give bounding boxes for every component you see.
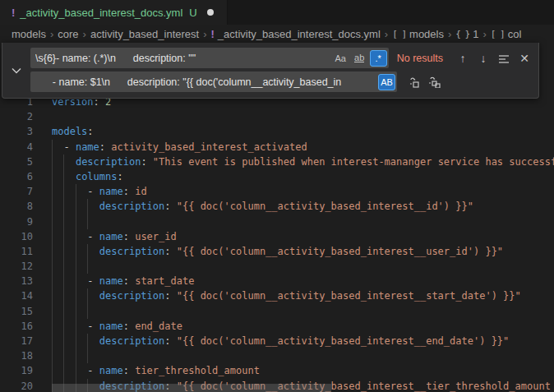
regex-toggle[interactable]: .* <box>370 50 387 67</box>
editor-tab[interactable]: ! _activity_based_interest_docs.yml U <box>0 0 228 25</box>
line-number: 2 <box>0 109 33 124</box>
code-text: models: <box>52 124 94 139</box>
indent-guide <box>76 319 76 334</box>
code-text: description: "{{ doc('column__activity_b… <box>52 288 521 303</box>
replace-all-button[interactable] <box>426 73 444 91</box>
find-input[interactable]: \s{6}- name: (.*)\n description: "" Aa a… <box>30 48 389 68</box>
code-text: - name: start_date <box>52 274 194 288</box>
line-number: 19 <box>0 363 33 378</box>
code-line: 9 <box>0 214 554 229</box>
line-number: 5 <box>0 154 33 169</box>
arrow-down-icon: ↓ <box>481 52 487 65</box>
match-case-toggle[interactable]: Aa <box>332 50 349 67</box>
breadcrumb-label: activity_based_interest <box>90 28 199 40</box>
whole-word-toggle[interactable]: ab <box>351 50 368 67</box>
indent-guide <box>76 363 76 378</box>
selection-lines-icon <box>498 53 510 63</box>
indent-guide <box>76 348 76 363</box>
breadcrumb-label: core <box>58 28 78 40</box>
breadcrumb-label: models <box>409 28 444 40</box>
code-line: 19 - name: tier_threshold_amount <box>0 363 554 378</box>
code-line: 4 - name: activity_based_interest_activa… <box>0 140 554 154</box>
breadcrumb-separator: › <box>50 28 53 40</box>
code-text: description: "This event is published wh… <box>52 154 554 169</box>
line-number: 16 <box>0 319 33 334</box>
replace-icon <box>409 76 421 88</box>
code-text: - name: id <box>52 184 147 199</box>
next-match-button[interactable]: ↓ <box>474 49 492 67</box>
indent-guide <box>63 334 64 348</box>
indent-guide <box>52 348 53 363</box>
horizontal-scrollbar[interactable] <box>52 384 331 392</box>
code-line: 15 <box>0 304 554 319</box>
line-number: 8 <box>0 199 33 214</box>
code-text: description: "{{ doc('column__activity_b… <box>52 244 503 259</box>
indent-guide <box>63 304 64 319</box>
breadcrumb-item[interactable]: [ ]col <box>491 28 522 40</box>
indent-guide <box>52 214 53 229</box>
indent-guide <box>52 184 53 199</box>
preserve-case-toggle[interactable]: AB <box>378 74 395 90</box>
breadcrumb-separator: › <box>385 28 388 40</box>
line-number: 4 <box>0 140 33 154</box>
indent-guide <box>87 288 88 303</box>
code-line: 10 - name: user_id <box>0 229 554 244</box>
indent-guide <box>63 184 64 199</box>
chevron-down-icon <box>12 62 21 77</box>
symbol-object-icon: { } <box>455 29 469 39</box>
unsaved-changes-dot[interactable] <box>207 9 214 16</box>
code-line: 7 - name: id <box>0 184 554 199</box>
replace-button[interactable] <box>405 73 423 91</box>
indent-guide <box>63 348 64 363</box>
breadcrumb-item[interactable]: activity_based_interest <box>90 28 199 40</box>
line-number: 18 <box>0 348 33 363</box>
breadcrumb-item[interactable]: models <box>12 28 46 40</box>
breadcrumb: models›core›activity_based_interest›!_ac… <box>0 25 554 43</box>
replace-all-icon <box>428 76 441 88</box>
code-line: 18 <box>0 348 554 363</box>
code-line: 3models: <box>0 124 554 139</box>
indent-guide <box>63 244 64 259</box>
yaml-file-icon: ! <box>211 28 215 40</box>
indent-guide <box>76 259 76 274</box>
line-number: 14 <box>0 288 33 303</box>
indent-guide <box>76 288 76 303</box>
line-number: 11 <box>0 244 33 259</box>
breadcrumb-label: models <box>12 28 46 40</box>
line-number: 15 <box>0 304 33 319</box>
line-number: 6 <box>0 169 33 184</box>
breadcrumb-item[interactable]: core <box>58 28 78 40</box>
indent-guide <box>87 334 88 348</box>
code-line: 12 <box>0 259 554 274</box>
replace-value-text: - name: $1\n description: "{{ doc('colum… <box>35 76 376 88</box>
indent-guide <box>52 154 53 169</box>
breadcrumb-separator: › <box>203 28 206 40</box>
indent-guide <box>52 288 53 303</box>
code-text: columns: <box>52 169 123 184</box>
code-line: 14 description: "{{ doc('column__activit… <box>0 288 554 303</box>
breadcrumb-item[interactable]: [ ]models <box>392 28 444 40</box>
toggle-replace-button[interactable] <box>2 48 30 92</box>
indent-guide <box>52 304 53 319</box>
breadcrumb-item[interactable]: !_activity_based_interest_docs.yml <box>211 28 381 40</box>
indent-guide <box>63 288 64 303</box>
find-replace-widget: \s{6}- name: (.*)\n description: "" Aa a… <box>2 43 539 99</box>
yaml-file-icon: ! <box>12 7 15 19</box>
breadcrumb-label: _activity_based_interest_docs.yml <box>218 28 381 40</box>
indent-guide <box>63 199 64 214</box>
replace-input[interactable]: - name: $1\n description: "{{ doc('colum… <box>30 71 397 92</box>
breadcrumb-separator: › <box>448 28 451 40</box>
arrow-up-icon: ↑ <box>460 52 466 65</box>
previous-match-button[interactable]: ↑ <box>454 49 472 67</box>
code-text: - name: end_date <box>52 319 182 334</box>
line-number: 9 <box>0 214 33 229</box>
line-number: 12 <box>0 259 33 274</box>
breadcrumb-item[interactable]: { }1 <box>455 28 478 40</box>
line-number: 3 <box>0 124 33 139</box>
indent-guide <box>76 274 76 288</box>
breadcrumb-label: 1 <box>473 28 478 40</box>
close-icon: ✕ <box>519 52 529 65</box>
find-in-selection-button[interactable] <box>495 49 513 67</box>
indent-guide <box>52 140 53 154</box>
close-find-button[interactable]: ✕ <box>515 49 533 67</box>
